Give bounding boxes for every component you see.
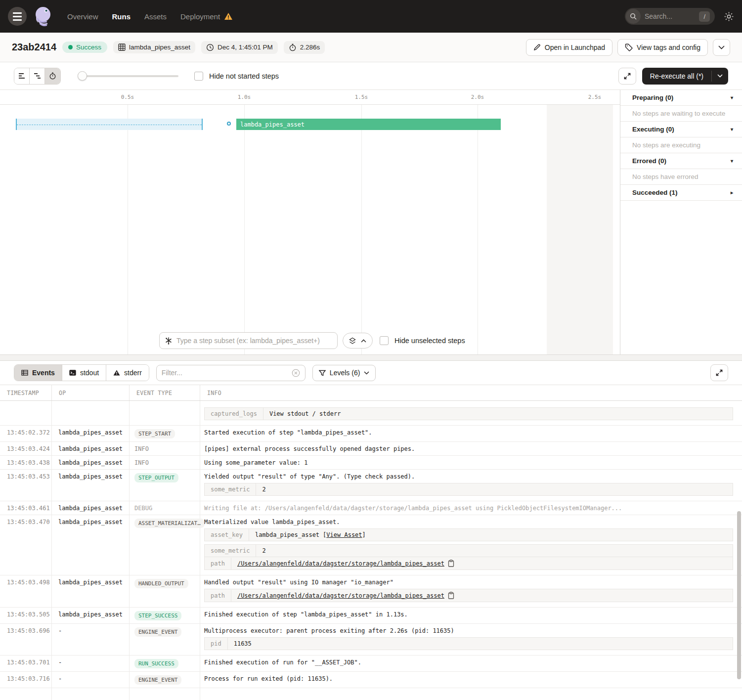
graph-query-toggle-button[interactable] <box>343 333 373 349</box>
timestamp-cell[interactable] <box>0 401 52 425</box>
gantt-step-bar[interactable]: lambda_pipes_asset <box>236 119 501 130</box>
warning-icon <box>224 12 233 20</box>
job-grid-icon <box>118 44 126 51</box>
hide-not-started-control[interactable]: Hide not started steps <box>194 72 279 81</box>
log-filter-input[interactable] <box>162 369 292 377</box>
event-type-badge: STEP_SUCCESS <box>134 611 181 620</box>
timestamp-cell[interactable]: 13:45:03.438 <box>0 456 52 469</box>
menu-icon[interactable] <box>8 7 27 26</box>
status-section-header[interactable]: Preparing (0)▾ <box>620 90 742 105</box>
hide-not-started-checkbox[interactable] <box>194 72 203 81</box>
time-tick-label: 1.0s <box>238 94 251 100</box>
op-cell: lambda_pipes_asset <box>52 426 130 441</box>
tab-events[interactable]: Events <box>14 365 62 381</box>
tab-stdout[interactable]: stdout <box>62 365 106 381</box>
levels-dropdown-button[interactable]: Levels (6) <box>312 365 376 381</box>
timestamp-cell[interactable]: 13:45:03.453 <box>0 470 52 501</box>
start-time-tag[interactable]: Dec 4, 1:45:01 PM <box>201 41 278 54</box>
nav-item-overview[interactable]: Overview <box>67 12 98 21</box>
op-cell: lambda_pipes_asset <box>52 501 130 515</box>
timestamp-cell[interactable]: 13:45:03.505 <box>0 608 52 623</box>
timestamp-cell[interactable]: 13:45:03.470 <box>0 515 52 575</box>
event-type-cell: STEP_OUTPUT <box>130 470 200 501</box>
step-subset-input[interactable] <box>176 337 332 345</box>
panel-divider[interactable] <box>0 354 742 361</box>
info-cell: Using some_parameter value: 1 <box>200 456 742 469</box>
flat-view-button[interactable] <box>14 68 30 84</box>
copy-icon[interactable] <box>448 560 454 567</box>
copy-icon[interactable] <box>448 592 454 599</box>
caret-right-icon: ▸ <box>731 190 733 195</box>
event-type-cell: RUN_SUCCESS <box>130 656 200 671</box>
tab-stderr[interactable]: stderr <box>106 365 149 381</box>
event-type-badge: ASSET_MATERIALIZAT… <box>134 519 205 528</box>
clear-filter-icon[interactable] <box>292 369 300 377</box>
info-cell: Materialized value lambda_pipes_asset.as… <box>200 515 742 575</box>
path-link[interactable]: /Users/alangenfeld/data/dagster/storage/… <box>237 560 444 567</box>
layers-icon <box>349 337 356 345</box>
dagster-logo-icon[interactable] <box>32 5 53 28</box>
gridline <box>244 105 245 354</box>
timestamp-cell[interactable]: 13:45:02.372 <box>0 426 52 441</box>
gantt-chart: 0.5s1.0s1.5s2.0s2.5s lambda_pipes_asset <box>0 90 742 354</box>
op-cell: lambda_pipes_asset <box>52 470 130 501</box>
search-input[interactable] <box>641 12 699 20</box>
info-text: Started execution of step "lambda_pipes_… <box>204 429 734 436</box>
expand-icon <box>716 369 723 376</box>
view-tags-config-button[interactable]: View tags and config <box>617 39 708 56</box>
timestamp-cell[interactable]: 13:45:03.701 <box>0 656 52 671</box>
view-asset-link[interactable]: View Asset <box>326 531 362 538</box>
nav-item-runs[interactable]: Runs <box>112 12 131 21</box>
job-tag[interactable]: lambda_pipes_asset <box>113 41 195 53</box>
log-scrollbar[interactable] <box>737 511 741 679</box>
log-row: captured_logsView stdout / stderr <box>0 401 742 426</box>
log-row: 13:45:03.498lambda_pipes_assetHANDLED_OU… <box>0 575 742 608</box>
timestamp-cell[interactable]: 13:45:03.498 <box>0 575 52 607</box>
hide-unselected-label: Hide unselected steps <box>394 337 465 345</box>
timed-view-button[interactable] <box>45 68 60 84</box>
nav-item-assets[interactable]: Assets <box>144 12 167 21</box>
zoom-slider[interactable] <box>79 75 178 77</box>
event-type-cell: INFO <box>130 442 200 455</box>
event-type-cell: DEBUG <box>130 501 200 515</box>
metadata-value: 2 <box>256 483 271 495</box>
gantt-expand-button[interactable] <box>618 68 636 85</box>
search-box[interactable]: / <box>625 8 715 25</box>
nav-item-deployment[interactable]: Deployment <box>180 12 233 21</box>
gantt-after-run-region <box>547 105 613 354</box>
log-filter-box[interactable] <box>156 365 306 381</box>
status-section-header[interactable]: Executing (0)▾ <box>620 122 742 137</box>
event-type-cell: STEP_SUCCESS <box>130 608 200 623</box>
hide-unselected-control[interactable]: Hide unselected steps <box>380 336 465 345</box>
run-id: 23ab2414 <box>12 42 56 53</box>
status-section-header[interactable]: Errored (0)▾ <box>620 153 742 169</box>
info-cell: Finished execution of step "lambda_pipes… <box>200 608 742 623</box>
gridline <box>478 105 478 354</box>
pencil-icon <box>533 44 541 51</box>
step-subset-box[interactable] <box>159 332 338 349</box>
gear-icon[interactable] <box>724 11 734 22</box>
chevron-down-icon <box>364 371 369 375</box>
log-row: 13:45:03.505lambda_pipes_assetSTEP_SUCCE… <box>0 608 742 624</box>
path-link[interactable]: /Users/alangenfeld/data/dagster/storage/… <box>237 592 444 599</box>
caret-down-icon: ▾ <box>731 158 733 164</box>
hide-unselected-checkbox[interactable] <box>380 336 389 345</box>
info-cell: Started execution of step "lambda_pipes_… <box>200 426 742 441</box>
timestamp-cell[interactable]: 13:45:03.716 <box>0 672 52 688</box>
reexecute-dropdown-button[interactable] <box>712 68 728 85</box>
status-badge[interactable]: Success <box>62 42 107 53</box>
zoom-slider-handle[interactable] <box>78 71 87 81</box>
op-cell: - <box>52 624 130 655</box>
timestamp-cell[interactable]: 13:45:03.461 <box>0 501 52 515</box>
duration-tag[interactable]: 2.286s <box>284 41 325 54</box>
info-cell: Writing file at: /Users/alangenfeld/data… <box>200 501 742 515</box>
open-in-launchpad-button[interactable]: Open in Launchpad <box>526 39 612 56</box>
waterfall-view-button[interactable] <box>30 68 45 84</box>
run-actions-dropdown-button[interactable] <box>713 39 730 56</box>
timestamp-cell[interactable]: 13:45:03.696 <box>0 624 52 655</box>
event-type-cell: INFO <box>130 456 200 469</box>
reexecute-all-button[interactable]: Re-execute all (*) <box>642 68 728 85</box>
timestamp-cell[interactable]: 13:45:03.424 <box>0 442 52 455</box>
log-expand-button[interactable] <box>710 364 728 381</box>
status-section-header[interactable]: Succeeded (1)▸ <box>620 185 742 200</box>
